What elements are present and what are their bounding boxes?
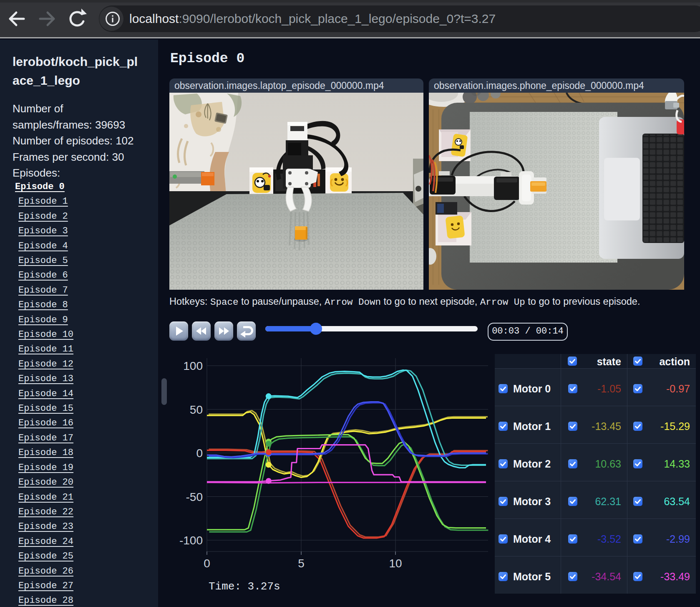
svg-text:50: 50 — [190, 403, 203, 416]
svg-text:-100: -100 — [179, 534, 203, 547]
svg-text:Time: 3.27s: Time: 3.27s — [209, 580, 280, 593]
svg-text:100: 100 — [183, 359, 203, 372]
svg-text:-50: -50 — [186, 491, 203, 503]
svg-text:10: 10 — [389, 557, 402, 570]
svg-text:0: 0 — [204, 557, 210, 570]
svg-text:0: 0 — [196, 447, 203, 460]
svg-text:5: 5 — [298, 557, 305, 570]
